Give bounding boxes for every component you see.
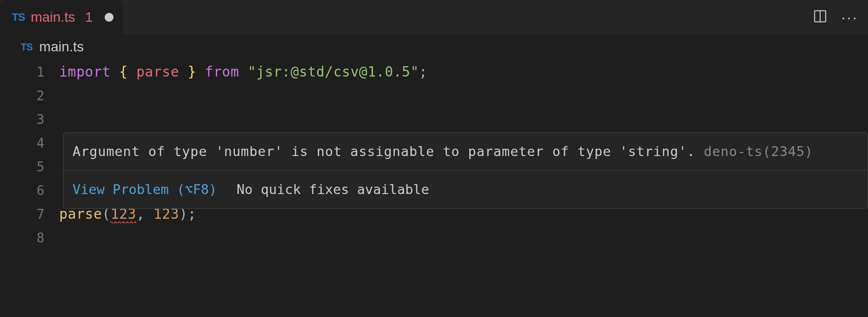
error-message: Argument of type 'number' is not assigna… [64, 133, 868, 170]
tab-actions: ··· [813, 9, 858, 26]
code-line: 8 [0, 226, 868, 250]
keyword: import [59, 64, 111, 80]
brace: { [119, 64, 128, 80]
line-number: 4 [0, 131, 59, 155]
code-line: 2 [0, 84, 868, 108]
line-number: 2 [0, 84, 59, 108]
code-editor[interactable]: 1 import { parse } from "jsr:@std/csv@1.… [0, 59, 868, 250]
line-number: 1 [0, 60, 59, 84]
code-line: 1 import { parse } from "jsr:@std/csv@1.… [0, 60, 868, 84]
tab-problem-count: 1 [85, 9, 93, 25]
error-hover-popup: Argument of type 'number' is not assigna… [63, 132, 868, 209]
string-literal: "jsr:@std/csv@1.0.5" [248, 64, 419, 80]
keyword: from [205, 64, 239, 80]
line-number: 5 [0, 155, 59, 179]
no-quick-fixes-label: No quick fixes available [237, 178, 429, 201]
code-content[interactable]: import { parse } from "jsr:@std/csv@1.0.… [59, 60, 427, 84]
line-number: 3 [0, 108, 59, 131]
error-text: Argument of type 'number' is not assigna… [73, 144, 695, 159]
line-number: 7 [0, 202, 59, 226]
identifier: parse [136, 64, 179, 80]
line-number: 6 [0, 179, 59, 202]
tab-bar: TS main.ts 1 ··· [0, 0, 868, 35]
view-problem-link[interactable]: View Problem (⌥F8) [73, 178, 217, 201]
typescript-icon: TS [21, 41, 33, 53]
split-editor-icon[interactable] [813, 9, 828, 26]
code-line: 3 [0, 108, 868, 131]
brace: } [188, 64, 196, 80]
editor-tab[interactable]: TS main.ts 1 [0, 0, 123, 35]
line-number: 8 [0, 226, 59, 250]
breadcrumb-filename: main.ts [39, 39, 84, 55]
breadcrumb[interactable]: TS main.ts [0, 35, 868, 59]
hover-actions: View Problem (⌥F8) No quick fixes availa… [64, 170, 868, 208]
typescript-icon: TS [12, 11, 25, 24]
semicolon: ; [419, 64, 427, 80]
error-code: deno-ts(2345) [704, 144, 813, 159]
unsaved-indicator-icon[interactable] [105, 13, 113, 22]
tab-filename: main.ts [31, 9, 75, 25]
more-actions-icon[interactable]: ··· [841, 9, 858, 26]
